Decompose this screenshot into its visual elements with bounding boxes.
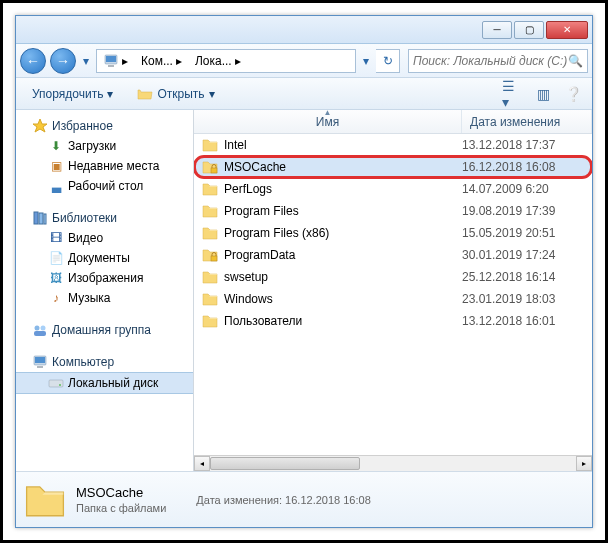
folder-icon bbox=[202, 203, 218, 219]
file-date: 19.08.2019 17:39 bbox=[462, 204, 592, 218]
sidebar-libraries[interactable]: Библиотеки bbox=[16, 208, 193, 228]
column-headers: ▲ Имя Дата изменения bbox=[194, 110, 592, 134]
file-name: Intel bbox=[224, 138, 462, 152]
star-icon bbox=[32, 118, 48, 134]
organize-button[interactable]: Упорядочить ▾ bbox=[24, 84, 121, 104]
file-row[interactable]: MSOCache16.12.2018 16:08 bbox=[194, 156, 592, 178]
downloads-icon: ⬇ bbox=[48, 138, 64, 154]
sidebar-favorites[interactable]: Избранное bbox=[16, 116, 193, 136]
file-name: swsetup bbox=[224, 270, 462, 284]
library-icon bbox=[32, 210, 48, 226]
details-name: MSOCache bbox=[76, 485, 166, 500]
folder-locked-icon bbox=[202, 159, 218, 175]
file-name: Program Files (x86) bbox=[224, 226, 462, 240]
column-name[interactable]: ▲ Имя bbox=[194, 110, 462, 133]
file-name: Program Files bbox=[224, 204, 462, 218]
folder-icon bbox=[202, 269, 218, 285]
help-button[interactable]: ❔ bbox=[562, 83, 584, 105]
details-type: Папка с файлами bbox=[76, 502, 166, 514]
music-icon: ♪ bbox=[48, 290, 64, 306]
sort-asc-icon: ▲ bbox=[324, 110, 332, 117]
file-name: Пользователи bbox=[224, 314, 462, 328]
scroll-left-button[interactable]: ◂ bbox=[194, 456, 210, 471]
file-name: Windows bbox=[224, 292, 462, 306]
file-name: ProgramData bbox=[224, 248, 462, 262]
sidebar-item-desktop[interactable]: ▃Рабочий стол bbox=[16, 176, 193, 196]
search-box[interactable]: 🔍 bbox=[408, 49, 588, 73]
file-date: 13.12.2018 17:37 bbox=[462, 138, 592, 152]
file-row[interactable]: Пользователи13.12.2018 16:01 bbox=[194, 310, 592, 332]
nav-toolbar: ← → ▾ ▸ Ком... ▸ Лока... ▸ ▾ ↻ 🔍 bbox=[16, 44, 592, 78]
file-row[interactable]: Intel13.12.2018 17:37 bbox=[194, 134, 592, 156]
forward-button[interactable]: → bbox=[50, 48, 76, 74]
file-date: 15.05.2019 20:51 bbox=[462, 226, 592, 240]
horizontal-scrollbar[interactable]: ◂ ▸ bbox=[194, 455, 592, 471]
file-row[interactable]: ProgramData30.01.2019 17:24 bbox=[194, 244, 592, 266]
search-icon[interactable]: 🔍 bbox=[568, 54, 583, 68]
file-name: PerfLogs bbox=[224, 182, 462, 196]
search-input[interactable] bbox=[413, 54, 568, 68]
folder-icon bbox=[202, 225, 218, 241]
file-name: MSOCache bbox=[224, 160, 462, 174]
sidebar-computer[interactable]: Компьютер bbox=[16, 352, 193, 372]
file-list[interactable]: Intel13.12.2018 17:37MSOCache16.12.2018 … bbox=[194, 134, 592, 455]
computer-icon bbox=[32, 354, 48, 370]
sidebar-item-recent[interactable]: ▣Недавние места bbox=[16, 156, 193, 176]
folder-icon bbox=[202, 313, 218, 329]
file-date: 14.07.2009 6:20 bbox=[462, 182, 592, 196]
file-row[interactable]: Program Files19.08.2019 17:39 bbox=[194, 200, 592, 222]
sidebar-item-local-disk[interactable]: Локальный диск bbox=[16, 372, 193, 394]
recent-icon: ▣ bbox=[48, 158, 64, 174]
file-row[interactable]: Windows23.01.2019 18:03 bbox=[194, 288, 592, 310]
column-date[interactable]: Дата изменения bbox=[462, 110, 592, 133]
sidebar-homegroup[interactable]: Домашняя группа bbox=[16, 320, 193, 340]
documents-icon: 📄 bbox=[48, 250, 64, 266]
navigation-pane: Избранное ⬇Загрузки ▣Недавние места ▃Раб… bbox=[16, 110, 194, 471]
sidebar-item-downloads[interactable]: ⬇Загрузки bbox=[16, 136, 193, 156]
folder-icon bbox=[202, 291, 218, 307]
file-date: 23.01.2019 18:03 bbox=[462, 292, 592, 306]
file-date: 16.12.2018 16:08 bbox=[462, 160, 592, 174]
command-toolbar: Упорядочить ▾ Открыть ▾ ☰ ▾ ▥ ❔ bbox=[16, 78, 592, 110]
breadcrumb-seg[interactable]: Ком... bbox=[141, 54, 173, 68]
file-list-pane: ▲ Имя Дата изменения Intel13.12.2018 17:… bbox=[194, 110, 592, 471]
file-date: 13.12.2018 16:01 bbox=[462, 314, 592, 328]
sidebar-item-video[interactable]: 🎞Видео bbox=[16, 228, 193, 248]
drive-icon bbox=[48, 375, 64, 391]
sidebar-item-music[interactable]: ♪Музыка bbox=[16, 288, 193, 308]
folder-icon bbox=[202, 137, 218, 153]
folder-locked-icon bbox=[202, 247, 218, 263]
desktop-icon: ▃ bbox=[48, 178, 64, 194]
open-button[interactable]: Открыть ▾ bbox=[129, 83, 222, 105]
close-button[interactable]: ✕ bbox=[546, 21, 588, 39]
view-mode-button[interactable]: ☰ ▾ bbox=[502, 83, 524, 105]
homegroup-icon bbox=[32, 322, 48, 338]
refresh-button[interactable]: ↻ bbox=[376, 49, 400, 73]
maximize-button[interactable]: ▢ bbox=[514, 21, 544, 39]
folder-icon bbox=[202, 181, 218, 197]
address-bar[interactable]: ▸ Ком... ▸ Лока... ▸ bbox=[96, 49, 356, 73]
chevron-down-icon: ▾ bbox=[209, 87, 215, 101]
file-row[interactable]: PerfLogs14.07.2009 6:20 bbox=[194, 178, 592, 200]
details-pane: MSOCache Папка с файлами Дата изменения:… bbox=[16, 471, 592, 527]
back-button[interactable]: ← bbox=[20, 48, 46, 74]
chevron-down-icon: ▾ bbox=[107, 87, 113, 101]
scroll-thumb[interactable] bbox=[210, 457, 360, 470]
scroll-right-button[interactable]: ▸ bbox=[576, 456, 592, 471]
breadcrumb-seg[interactable]: Лока... bbox=[195, 54, 232, 68]
file-date: 30.01.2019 17:24 bbox=[462, 248, 592, 262]
preview-pane-button[interactable]: ▥ bbox=[532, 83, 554, 105]
file-row[interactable]: swsetup25.12.2018 16:14 bbox=[194, 266, 592, 288]
explorer-window: ─ ▢ ✕ ← → ▾ ▸ Ком... ▸ Лока... ▸ ▾ ↻ 🔍 У… bbox=[15, 15, 593, 528]
titlebar: ─ ▢ ✕ bbox=[16, 16, 592, 44]
pictures-icon: 🖼 bbox=[48, 270, 64, 286]
file-row[interactable]: Program Files (x86)15.05.2019 20:51 bbox=[194, 222, 592, 244]
minimize-button[interactable]: ─ bbox=[482, 21, 512, 39]
folder-open-icon bbox=[137, 86, 153, 102]
history-dropdown-icon[interactable]: ▾ bbox=[80, 48, 92, 74]
file-date: 25.12.2018 16:14 bbox=[462, 270, 592, 284]
addr-dropdown-icon[interactable]: ▾ bbox=[360, 48, 372, 74]
sidebar-item-pictures[interactable]: 🖼Изображения bbox=[16, 268, 193, 288]
video-icon: 🎞 bbox=[48, 230, 64, 246]
sidebar-item-documents[interactable]: 📄Документы bbox=[16, 248, 193, 268]
